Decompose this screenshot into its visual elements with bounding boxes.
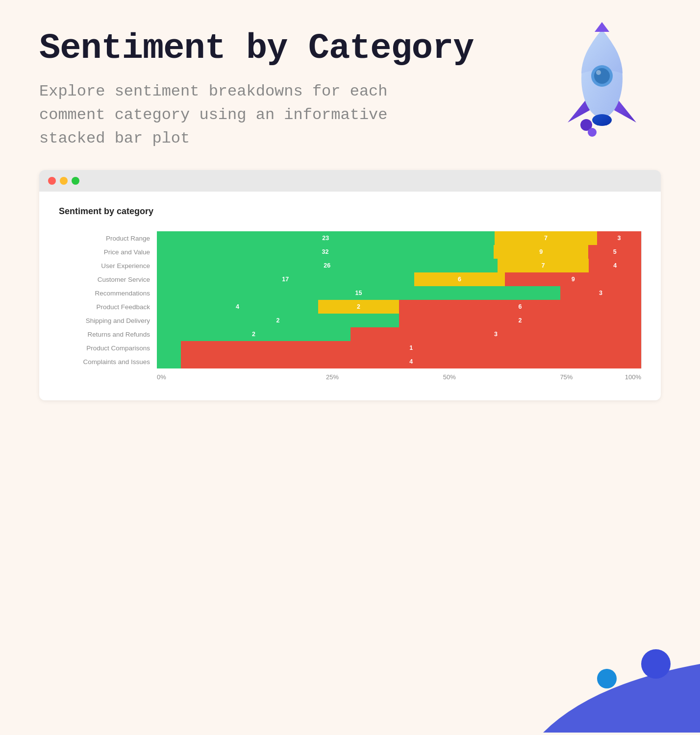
table-row: Complaints and Issues4 xyxy=(59,355,641,368)
bar-container: 1769 xyxy=(157,272,641,286)
svg-point-6 xyxy=(588,128,597,137)
row-label: Price and Value xyxy=(59,248,157,256)
green-segment xyxy=(157,355,181,368)
table-row: Product Comparisons1 xyxy=(59,341,641,355)
row-label: Shipping and Delivery xyxy=(59,317,157,324)
bar-container: 426 xyxy=(157,300,641,314)
green-segment: 4 xyxy=(157,300,318,314)
red-segment: 4 xyxy=(181,355,641,368)
row-label: Complaints and Issues xyxy=(59,358,157,366)
yellow-segment: 6 xyxy=(414,272,505,286)
page-subtitle: Explore sentiment breakdowns for each co… xyxy=(39,80,422,150)
bar-container: 2373 xyxy=(157,231,641,245)
green-segment: 17 xyxy=(157,272,414,286)
red-segment: 4 xyxy=(589,259,641,272)
yellow-segment: 9 xyxy=(494,245,588,259)
header-section: Sentiment by Category Explore sentiment … xyxy=(39,29,661,150)
red-segment: 3 xyxy=(350,327,641,341)
red-segment: 6 xyxy=(399,300,641,314)
chart-title: Sentiment by category xyxy=(59,206,641,217)
green-segment: 26 xyxy=(157,259,498,272)
green-segment: 2 xyxy=(157,314,399,327)
row-label: Product Comparisons xyxy=(59,344,157,352)
green-segment: 23 xyxy=(157,231,495,245)
row-label: Customer Service xyxy=(59,276,157,283)
window-dot-green[interactable] xyxy=(72,177,79,185)
bar-container: 22 xyxy=(157,314,641,327)
x-axis: 0%25%50%75%100% xyxy=(59,373,641,381)
chart-window: Sentiment by category Product Range2373P… xyxy=(39,170,661,400)
bar-container: 1 xyxy=(157,341,641,355)
svg-marker-7 xyxy=(595,22,609,32)
yellow-segment: 2 xyxy=(318,300,399,314)
table-row: Price and Value3295 xyxy=(59,245,641,259)
chart-area: Product Range2373Price and Value3295User… xyxy=(59,231,641,381)
table-row: Shipping and Delivery22 xyxy=(59,314,641,327)
green-segment: 15 xyxy=(157,286,560,300)
yellow-segment: 7 xyxy=(495,231,597,245)
row-label: Product Feedback xyxy=(59,303,157,311)
green-segment xyxy=(157,341,181,355)
rocket-icon xyxy=(553,20,651,137)
window-dot-yellow[interactable] xyxy=(60,177,68,185)
red-segment: 3 xyxy=(560,286,641,300)
x-axis-label: 0% xyxy=(157,373,274,381)
row-label: User Experience xyxy=(59,262,157,270)
window-dot-red[interactable] xyxy=(48,177,56,185)
row-label: Returns and Refunds xyxy=(59,331,157,338)
svg-point-4 xyxy=(592,114,612,126)
header-text: Sentiment by Category Explore sentiment … xyxy=(39,29,553,150)
green-segment: 2 xyxy=(157,327,350,341)
rocket-illustration xyxy=(553,20,661,147)
svg-point-2 xyxy=(594,68,610,84)
svg-point-8 xyxy=(641,649,671,679)
row-label: Recommendations xyxy=(59,290,157,297)
red-segment: 5 xyxy=(588,245,641,259)
table-row: Customer Service1769 xyxy=(59,272,641,286)
svg-point-3 xyxy=(596,70,601,75)
yellow-segment: 7 xyxy=(498,259,589,272)
bottom-decoration xyxy=(494,625,700,735)
bar-container: 153 xyxy=(157,286,641,300)
table-row: Product Feedback426 xyxy=(59,300,641,314)
bar-container: 3295 xyxy=(157,245,641,259)
red-segment: 1 xyxy=(181,341,641,355)
page-container: Sentiment by Category Explore sentiment … xyxy=(0,0,700,735)
x-axis-label: 100% xyxy=(625,373,641,381)
x-axis-label: 50% xyxy=(391,373,508,381)
table-row: Recommendations153 xyxy=(59,286,641,300)
bar-container: 4 xyxy=(157,355,641,368)
bar-container: 2674 xyxy=(157,259,641,272)
bar-container: 23 xyxy=(157,327,641,341)
x-axis-label: 25% xyxy=(274,373,391,381)
table-row: Returns and Refunds23 xyxy=(59,327,641,341)
window-titlebar xyxy=(39,170,661,192)
row-label: Product Range xyxy=(59,235,157,242)
table-row: Product Range2373 xyxy=(59,231,641,245)
wave-decoration-icon xyxy=(494,625,700,733)
svg-point-9 xyxy=(597,669,617,688)
red-segment: 9 xyxy=(505,272,641,286)
green-segment: 32 xyxy=(157,245,494,259)
page-title: Sentiment by Category xyxy=(39,29,553,68)
table-row: User Experience2674 xyxy=(59,259,641,272)
chart-rows-container: Product Range2373Price and Value3295User… xyxy=(59,231,641,368)
chart-content: Sentiment by category Product Range2373P… xyxy=(39,192,661,400)
red-segment: 3 xyxy=(597,231,641,245)
red-segment: 2 xyxy=(399,314,641,327)
x-axis-label: 75% xyxy=(508,373,625,381)
